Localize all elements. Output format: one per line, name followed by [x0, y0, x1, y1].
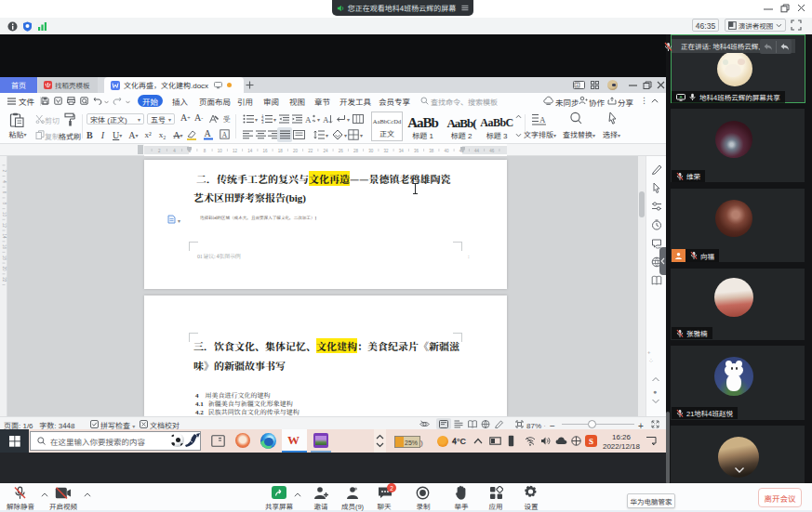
- svg-text:20: 20: [293, 149, 299, 153]
- svg-text:1: 1: [576, 81, 579, 87]
- svg-text:18: 18: [278, 149, 284, 153]
- svg-text:14: 14: [247, 149, 253, 153]
- svg-text:44: 44: [474, 149, 480, 153]
- svg-text:32: 32: [383, 149, 389, 153]
- svg-text:6: 6: [2, 191, 7, 194]
- svg-text:A: A: [305, 115, 312, 124]
- svg-text:20: 20: [2, 266, 7, 271]
- svg-text:2: 2: [1, 169, 6, 172]
- svg-text:2: 2: [158, 149, 161, 153]
- svg-text:18: 18: [2, 256, 7, 261]
- svg-text:A: A: [539, 115, 546, 125]
- svg-text:34: 34: [399, 149, 405, 153]
- svg-text:40: 40: [444, 149, 449, 153]
- svg-text:28: 28: [353, 149, 359, 153]
- svg-text:12: 12: [2, 223, 7, 229]
- svg-text:3: 3: [261, 120, 264, 124]
- svg-text:4: 4: [2, 180, 7, 183]
- svg-text:A: A: [323, 115, 329, 124]
- svg-text:4: 4: [173, 149, 176, 153]
- svg-text:16: 16: [2, 244, 7, 250]
- svg-text:8: 8: [204, 149, 206, 153]
- svg-text:8: 8: [2, 203, 7, 205]
- svg-text:14: 14: [2, 233, 7, 239]
- svg-text:16: 16: [262, 149, 268, 153]
- svg-text:12: 12: [233, 149, 238, 153]
- svg-text:26: 26: [339, 149, 344, 153]
- svg-text:22: 22: [308, 149, 313, 153]
- svg-text:46: 46: [489, 149, 495, 153]
- svg-text:10: 10: [2, 212, 7, 217]
- svg-text:22: 22: [2, 277, 7, 282]
- svg-text:38: 38: [429, 149, 434, 153]
- svg-text:10: 10: [218, 149, 223, 153]
- svg-text:36: 36: [414, 149, 419, 153]
- svg-text:30: 30: [368, 149, 374, 153]
- svg-text:24: 24: [323, 149, 328, 153]
